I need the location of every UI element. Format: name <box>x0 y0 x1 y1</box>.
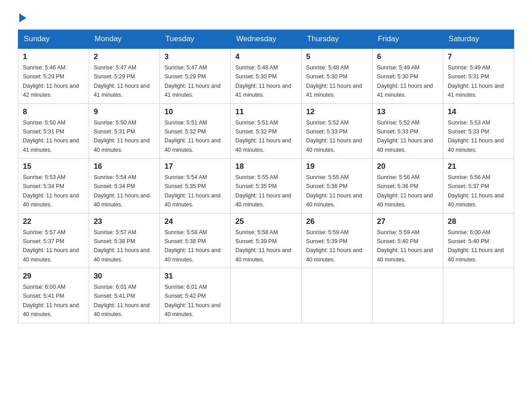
day-info: Sunrise: 5:50 AMSunset: 5:31 PMDaylight:… <box>23 120 79 153</box>
day-info: Sunrise: 5:57 AMSunset: 5:38 PMDaylight:… <box>94 229 150 263</box>
weekday-header-sunday: Sunday <box>18 30 89 49</box>
day-number: 30 <box>94 272 155 281</box>
day-number: 23 <box>94 217 155 226</box>
calendar-cell: 3 Sunrise: 5:47 AMSunset: 5:29 PMDayligh… <box>160 48 231 103</box>
day-info: Sunrise: 5:53 AMSunset: 5:34 PMDaylight:… <box>23 174 79 208</box>
day-number: 12 <box>306 107 368 116</box>
calendar-week-row: 22 Sunrise: 5:57 AMSunset: 5:37 PMDaylig… <box>18 213 514 268</box>
day-info: Sunrise: 6:00 AMSunset: 5:40 PMDaylight:… <box>448 229 504 263</box>
day-info: Sunrise: 5:55 AMSunset: 5:36 PMDaylight:… <box>306 174 362 208</box>
day-info: Sunrise: 5:54 AMSunset: 5:34 PMDaylight:… <box>94 174 150 208</box>
calendar-cell: 6 Sunrise: 5:49 AMSunset: 5:30 PMDayligh… <box>372 48 443 103</box>
calendar-cell <box>372 268 443 323</box>
calendar-cell: 2 Sunrise: 5:47 AMSunset: 5:29 PMDayligh… <box>89 48 160 103</box>
weekday-header-friday: Friday <box>372 30 443 49</box>
calendar-cell: 27 Sunrise: 5:59 AMSunset: 5:40 PMDaylig… <box>372 213 443 268</box>
day-info: Sunrise: 5:59 AMSunset: 5:39 PMDaylight:… <box>306 229 362 263</box>
calendar-cell: 26 Sunrise: 5:59 AMSunset: 5:39 PMDaylig… <box>301 213 372 268</box>
day-number: 19 <box>306 162 368 171</box>
calendar-cell: 16 Sunrise: 5:54 AMSunset: 5:34 PMDaylig… <box>89 158 160 214</box>
day-number: 31 <box>164 272 226 281</box>
page-header <box>18 13 514 22</box>
day-info: Sunrise: 5:53 AMSunset: 5:33 PMDaylight:… <box>448 120 504 153</box>
weekday-header-tuesday: Tuesday <box>160 30 231 49</box>
calendar-cell: 23 Sunrise: 5:57 AMSunset: 5:38 PMDaylig… <box>89 213 160 268</box>
calendar-cell: 5 Sunrise: 5:48 AMSunset: 5:30 PMDayligh… <box>301 48 372 103</box>
day-number: 6 <box>377 52 438 61</box>
day-info: Sunrise: 5:51 AMSunset: 5:32 PMDaylight:… <box>164 120 220 153</box>
calendar-cell: 17 Sunrise: 5:54 AMSunset: 5:35 PMDaylig… <box>160 158 231 214</box>
day-info: Sunrise: 5:50 AMSunset: 5:31 PMDaylight:… <box>94 120 150 153</box>
calendar-cell: 20 Sunrise: 5:56 AMSunset: 5:36 PMDaylig… <box>372 158 443 214</box>
day-info: Sunrise: 5:46 AMSunset: 5:29 PMDaylight:… <box>23 64 79 98</box>
day-info: Sunrise: 5:49 AMSunset: 5:30 PMDaylight:… <box>377 64 433 98</box>
calendar-cell: 21 Sunrise: 5:56 AMSunset: 5:37 PMDaylig… <box>443 158 514 214</box>
calendar-week-row: 29 Sunrise: 6:00 AMSunset: 5:41 PMDaylig… <box>18 268 514 323</box>
calendar-cell: 25 Sunrise: 5:58 AMSunset: 5:39 PMDaylig… <box>231 213 301 268</box>
weekday-header-wednesday: Wednesday <box>231 30 301 49</box>
day-info: Sunrise: 5:54 AMSunset: 5:35 PMDaylight:… <box>164 174 220 208</box>
calendar-week-row: 1 Sunrise: 5:46 AMSunset: 5:29 PMDayligh… <box>18 48 514 103</box>
logo <box>18 13 26 22</box>
day-number: 25 <box>235 217 296 226</box>
day-number: 16 <box>94 162 155 171</box>
calendar-cell: 28 Sunrise: 6:00 AMSunset: 5:40 PMDaylig… <box>443 213 514 268</box>
calendar-cell: 29 Sunrise: 6:00 AMSunset: 5:41 PMDaylig… <box>18 268 89 323</box>
calendar-cell: 12 Sunrise: 5:52 AMSunset: 5:33 PMDaylig… <box>301 103 372 158</box>
calendar-cell: 19 Sunrise: 5:55 AMSunset: 5:36 PMDaylig… <box>301 158 372 214</box>
day-number: 13 <box>377 107 438 116</box>
day-number: 21 <box>448 162 509 171</box>
day-number: 15 <box>23 162 84 171</box>
weekday-header-saturday: Saturday <box>443 30 514 49</box>
calendar-table: SundayMondayTuesdayWednesdayThursdayFrid… <box>18 30 514 323</box>
day-number: 18 <box>235 162 296 171</box>
day-number: 2 <box>94 52 155 61</box>
day-info: Sunrise: 5:58 AMSunset: 5:39 PMDaylight:… <box>235 229 291 263</box>
day-number: 5 <box>306 52 368 61</box>
day-info: Sunrise: 5:56 AMSunset: 5:37 PMDaylight:… <box>448 174 504 208</box>
day-number: 7 <box>448 52 509 61</box>
calendar-cell: 14 Sunrise: 5:53 AMSunset: 5:33 PMDaylig… <box>443 103 514 158</box>
day-number: 24 <box>164 217 226 226</box>
day-number: 20 <box>377 162 438 171</box>
day-number: 4 <box>235 52 296 61</box>
weekday-header-monday: Monday <box>89 30 160 49</box>
day-info: Sunrise: 5:58 AMSunset: 5:38 PMDaylight:… <box>164 229 220 263</box>
calendar-cell: 8 Sunrise: 5:50 AMSunset: 5:31 PMDayligh… <box>18 103 89 158</box>
day-info: Sunrise: 5:52 AMSunset: 5:33 PMDaylight:… <box>377 120 433 153</box>
day-number: 9 <box>94 107 155 116</box>
day-number: 22 <box>23 217 84 226</box>
calendar-cell: 11 Sunrise: 5:51 AMSunset: 5:32 PMDaylig… <box>231 103 301 158</box>
calendar-week-row: 15 Sunrise: 5:53 AMSunset: 5:34 PMDaylig… <box>18 158 514 214</box>
day-number: 28 <box>448 217 509 226</box>
day-info: Sunrise: 5:59 AMSunset: 5:40 PMDaylight:… <box>377 229 433 263</box>
weekday-header-thursday: Thursday <box>301 30 372 49</box>
day-info: Sunrise: 6:01 AMSunset: 5:42 PMDaylight:… <box>164 284 220 317</box>
day-info: Sunrise: 5:48 AMSunset: 5:30 PMDaylight:… <box>235 64 291 98</box>
logo-triangle-icon <box>19 13 26 22</box>
calendar-cell: 22 Sunrise: 5:57 AMSunset: 5:37 PMDaylig… <box>18 213 89 268</box>
day-info: Sunrise: 5:48 AMSunset: 5:30 PMDaylight:… <box>306 64 362 98</box>
calendar-cell: 13 Sunrise: 5:52 AMSunset: 5:33 PMDaylig… <box>372 103 443 158</box>
day-number: 14 <box>448 107 509 116</box>
calendar-cell: 4 Sunrise: 5:48 AMSunset: 5:30 PMDayligh… <box>231 48 301 103</box>
day-info: Sunrise: 5:55 AMSunset: 5:35 PMDaylight:… <box>235 174 291 208</box>
calendar-cell: 15 Sunrise: 5:53 AMSunset: 5:34 PMDaylig… <box>18 158 89 214</box>
day-number: 1 <box>23 52 84 61</box>
calendar-cell <box>231 268 301 323</box>
day-number: 17 <box>164 162 226 171</box>
calendar-cell <box>301 268 372 323</box>
calendar-cell: 30 Sunrise: 6:01 AMSunset: 5:41 PMDaylig… <box>89 268 160 323</box>
calendar-cell: 1 Sunrise: 5:46 AMSunset: 5:29 PMDayligh… <box>18 48 89 103</box>
day-number: 10 <box>164 107 226 116</box>
day-info: Sunrise: 5:47 AMSunset: 5:29 PMDaylight:… <box>164 64 220 98</box>
day-number: 11 <box>235 107 296 116</box>
calendar-cell: 31 Sunrise: 6:01 AMSunset: 5:42 PMDaylig… <box>160 268 231 323</box>
day-info: Sunrise: 6:00 AMSunset: 5:41 PMDaylight:… <box>23 284 79 317</box>
day-info: Sunrise: 5:56 AMSunset: 5:36 PMDaylight:… <box>377 174 433 208</box>
calendar-cell: 24 Sunrise: 5:58 AMSunset: 5:38 PMDaylig… <box>160 213 231 268</box>
calendar-cell <box>443 268 514 323</box>
day-info: Sunrise: 5:57 AMSunset: 5:37 PMDaylight:… <box>23 229 79 263</box>
day-number: 26 <box>306 217 368 226</box>
day-info: Sunrise: 5:52 AMSunset: 5:33 PMDaylight:… <box>306 120 362 153</box>
